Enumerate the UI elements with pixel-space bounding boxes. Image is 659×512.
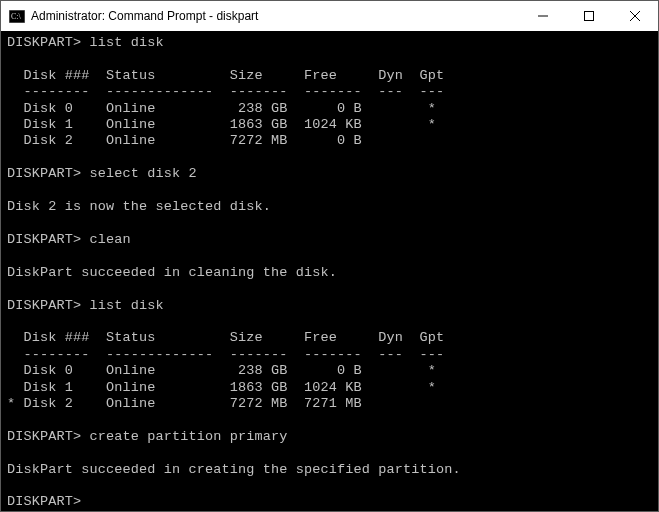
prompt: DISKPART> — [7, 429, 81, 444]
output-message: DiskPart succeeded in creating the speci… — [7, 462, 461, 477]
svg-text:C:\: C:\ — [11, 12, 22, 21]
minimize-button[interactable] — [520, 1, 566, 31]
table-header: Disk ### Status Size Free Dyn Gpt — [7, 68, 444, 83]
prompt-current: DISKPART> — [7, 494, 81, 509]
table-row: * Disk 2 Online 7272 MB 7271 MB — [7, 396, 362, 411]
prompt: DISKPART> — [7, 166, 81, 181]
prompt: DISKPART> — [7, 35, 81, 50]
table-row: Disk 1 Online 1863 GB 1024 KB * — [7, 380, 436, 395]
command-list-disk: list disk — [90, 35, 164, 50]
window-title: Administrator: Command Prompt - diskpart — [31, 9, 520, 23]
close-button[interactable] — [612, 1, 658, 31]
table-row: Disk 1 Online 1863 GB 1024 KB * — [7, 117, 436, 132]
table-row: Disk 0 Online 238 GB 0 B * — [7, 363, 436, 378]
svg-rect-2 — [585, 12, 594, 21]
command-clean: clean — [90, 232, 131, 247]
output-message: Disk 2 is now the selected disk. — [7, 199, 271, 214]
prompt: DISKPART> — [7, 232, 81, 247]
command-prompt-icon: C:\ — [9, 9, 25, 23]
output-message: DiskPart succeeded in cleaning the disk. — [7, 265, 337, 280]
command-prompt-window: C:\ Administrator: Command Prompt - disk… — [0, 0, 659, 512]
command-list-disk: list disk — [90, 298, 164, 313]
table-row: Disk 0 Online 238 GB 0 B * — [7, 101, 436, 116]
table-divider: -------- ------------- ------- ------- -… — [7, 84, 444, 99]
table-divider: -------- ------------- ------- ------- -… — [7, 347, 444, 362]
terminal-output[interactable]: DISKPART> list disk Disk ### Status Size… — [1, 31, 658, 511]
maximize-button[interactable] — [566, 1, 612, 31]
titlebar[interactable]: C:\ Administrator: Command Prompt - disk… — [1, 1, 658, 31]
command-select-disk: select disk 2 — [90, 166, 197, 181]
command-create-partition: create partition primary — [90, 429, 288, 444]
table-row: Disk 2 Online 7272 MB 0 B — [7, 133, 362, 148]
window-controls — [520, 1, 658, 31]
prompt: DISKPART> — [7, 298, 81, 313]
table-header: Disk ### Status Size Free Dyn Gpt — [7, 330, 444, 345]
